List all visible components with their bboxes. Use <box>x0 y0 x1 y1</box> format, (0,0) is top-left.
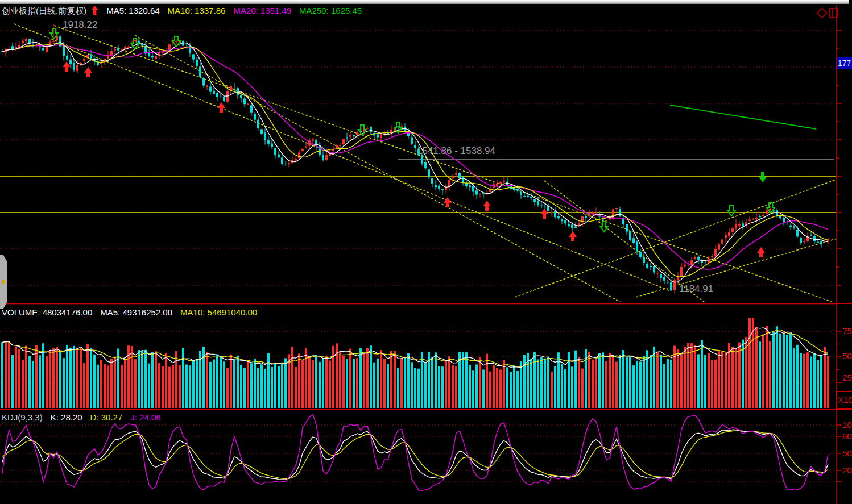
ma20-value: MA20: 1351.49 <box>233 6 291 15</box>
kdj-axis-label-100: 100 <box>842 420 851 430</box>
kdj-k-value: K: 28.20 <box>51 413 82 422</box>
volume-pane <box>0 318 836 408</box>
high-price-marker: 1918.22 <box>63 19 97 31</box>
kdj-axis-label-80: 80 <box>842 431 851 441</box>
volume-axis-label-1: 7500 <box>842 326 851 336</box>
red-up-arrow-icon <box>91 6 98 16</box>
kdj-j-value: J: 24.06 <box>130 413 160 422</box>
volume-value: VOLUME: 48034176.00 <box>2 307 92 317</box>
ma10-value: MA10: 1337.86 <box>168 6 226 15</box>
ma5-value: MA5: 1320.64 <box>106 6 159 15</box>
axis-price-highlight: 177 <box>837 57 852 69</box>
volume-axis-label-3: 2500 <box>842 373 851 382</box>
low-price-marker: 1184.91 <box>679 284 713 295</box>
main-chart-header: 创业板指(日线.前复权)MA5: 1320.64MA10: 1337.86MA2… <box>2 6 370 16</box>
kdj-pane <box>0 415 836 491</box>
chart-canvas[interactable] <box>0 0 852 504</box>
volume-unit-label: X10 <box>836 391 852 409</box>
main-price-pane <box>0 24 852 303</box>
kdj-d-value: D: 30.27 <box>90 413 123 422</box>
gap-range-marker: 1541.86 - 1538.94 <box>417 145 495 157</box>
kdj-pane-header: KDJ(9,3,3)K: 28.20D: 30.27J: 24.06 <box>2 413 169 422</box>
kdj-axis-label-50: 50 <box>842 448 851 458</box>
kdj-axis-label-20: 20 <box>842 465 851 475</box>
toolbar-bottom-strip <box>0 0 849 4</box>
volume-axis-label-2: 5000 <box>842 351 851 361</box>
volume-ma5-value: MA5: 49316252.00 <box>100 307 172 317</box>
ma250-value: MA250: 1625.45 <box>299 6 362 15</box>
kdj-title: KDJ(9,3,3) <box>2 413 43 422</box>
symbol-title: 创业板指(日线.前复权) <box>2 6 86 15</box>
chart-application: 创业板指(日线.前复权)MA5: 1320.64MA10: 1337.86MA2… <box>0 0 852 504</box>
volume-ma10-value: MA10: 54691040.00 <box>180 307 257 317</box>
volume-pane-header: VOLUME: 48034176.00MA5: 49316252.00MA10:… <box>2 307 265 317</box>
sidebar-expander-tab[interactable] <box>0 255 7 309</box>
split-window-icon[interactable] <box>829 8 838 18</box>
